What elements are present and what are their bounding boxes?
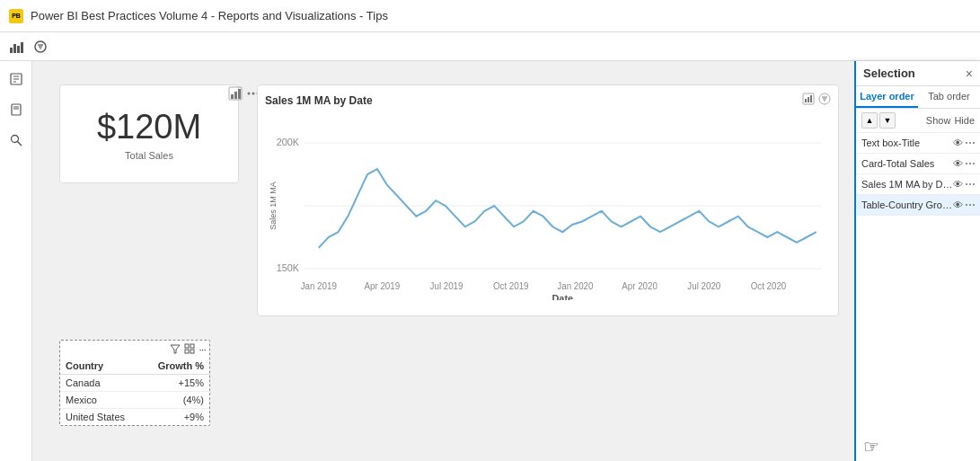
chart-header: Sales 1M MA by Date (265, 93, 831, 108)
sidebar-icon-bookmark[interactable] (4, 97, 29, 122)
filter-icon[interactable] (31, 37, 50, 57)
grid-icon[interactable] (184, 343, 195, 356)
sidebar-icon-pages[interactable] (4, 66, 29, 92)
selection-tabs: Layer order Tab order (856, 86, 980, 109)
chart-y-label: Sales 1M MA (269, 182, 278, 230)
svg-text:200K: 200K (277, 137, 300, 147)
chart-icon[interactable] (7, 37, 27, 57)
sidebar-icon-search[interactable] (4, 128, 29, 153)
eye-icon[interactable]: 👁 (953, 158, 963, 169)
col-country: Country (60, 358, 143, 375)
sel-item-sales-chart[interactable]: Sales 1M MA by Date 👁 ⋯ (856, 174, 980, 195)
cell-country: Canada (60, 375, 143, 392)
table-row: Canada +15% (60, 375, 209, 392)
svg-text:Jul 2019: Jul 2019 (430, 281, 464, 291)
chart-expand-icon[interactable] (802, 93, 815, 108)
card-chart-icons (228, 86, 260, 103)
more-icon[interactable]: ⋯ (965, 157, 975, 170)
selection-title: Selection (863, 66, 915, 80)
svg-text:Date: Date (552, 293, 574, 300)
svg-text:Jan 2019: Jan 2019 (301, 281, 338, 291)
svg-text:Apr 2020: Apr 2020 (622, 281, 658, 291)
svg-text:150K: 150K (277, 262, 300, 273)
tab-tab-order[interactable]: Tab order (918, 86, 980, 108)
tab-layer-order[interactable]: Layer order (856, 86, 918, 108)
eye-icon[interactable]: 👁 (953, 179, 963, 190)
svg-rect-50 (190, 350, 194, 353)
col-growth: Growth % (143, 358, 209, 375)
country-growth-table: Country Growth % Canada +15% Mexico (4%)… (60, 358, 209, 425)
more-icon[interactable]: ⋯ (965, 137, 975, 149)
main-layout: $120M Total Sales Sales 1M MA by Date (0, 61, 980, 461)
svg-rect-48 (190, 344, 194, 348)
eye-icon[interactable]: 👁 (953, 199, 963, 210)
sel-item-icons: 👁 ⋯ (953, 137, 975, 149)
arrow-up-button[interactable]: ▲ (861, 112, 878, 129)
svg-rect-12 (12, 104, 21, 115)
cell-growth: +9% (143, 409, 209, 426)
line-chart-container[interactable]: Sales 1M MA by Date Sales 1M MA (257, 84, 839, 316)
more-icon[interactable]: ⋯ (965, 178, 975, 191)
show-label[interactable]: Show (926, 115, 951, 126)
svg-rect-0 (10, 48, 13, 53)
svg-marker-46 (171, 345, 180, 353)
window-title: Power BI Best Practices Volume 4 - Repor… (31, 9, 388, 22)
selection-controls: ▲ ▼ Show Hide (856, 109, 980, 133)
svg-text:Oct 2020: Oct 2020 (751, 281, 787, 291)
more-icon[interactable]: ⋯ (965, 199, 975, 211)
sel-item-label-left: Card-Total Sales (861, 158, 953, 169)
cursor-indicator: ☞ (856, 432, 980, 461)
svg-rect-47 (185, 344, 189, 348)
svg-rect-27 (810, 95, 812, 102)
sel-item-icons: 👁 ⋯ (953, 157, 975, 170)
sel-item-icons: 👁 ⋯ (953, 178, 975, 191)
chart-svg: 200K 150K Jan 2019 Apr 2019 Jul 2019 Oct… (265, 111, 831, 300)
card-value: $120M (97, 108, 201, 146)
sel-item-label-left: Sales 1M MA by Date (861, 179, 953, 190)
table-row: United States +9% (60, 409, 209, 426)
eye-icon[interactable]: 👁 (953, 137, 963, 148)
chart-filter-icon[interactable] (818, 93, 831, 108)
app-icon: PB (9, 9, 23, 23)
close-icon[interactable]: × (966, 67, 973, 80)
svg-text:Jul 2020: Jul 2020 (687, 281, 720, 291)
cell-country: Mexico (60, 392, 143, 409)
svg-rect-19 (234, 92, 237, 99)
canvas-area: $120M Total Sales Sales 1M MA by Date (32, 61, 854, 461)
sel-item-table-country[interactable]: Table-Country Growth 👁 ⋯ (856, 195, 980, 216)
svg-rect-2 (17, 46, 20, 53)
sel-item-card-total-sales[interactable]: Card-Total Sales 👁 ⋯ (856, 154, 980, 174)
cell-growth: +15% (143, 375, 209, 392)
svg-text:Oct 2019: Oct 2019 (493, 281, 529, 291)
cell-growth: (4%) (143, 392, 209, 409)
filter-icon[interactable] (170, 343, 181, 356)
svg-rect-18 (231, 94, 234, 99)
arrow-down-button[interactable]: ▼ (879, 112, 896, 129)
card-more-icon[interactable] (228, 86, 243, 103)
sel-item-text: Card-Total Sales (861, 158, 934, 169)
svg-rect-25 (805, 99, 807, 102)
table-toolbar: ··· (60, 341, 209, 358)
svg-rect-20 (238, 89, 241, 99)
sel-item-icons: 👁 ⋯ (953, 199, 975, 211)
sel-item-text: Text box-Title (861, 137, 920, 148)
selection-header: Selection × (856, 61, 980, 86)
sel-item-text: Table-Country Growth (861, 199, 953, 210)
svg-point-15 (11, 136, 18, 143)
svg-point-22 (252, 93, 255, 95)
table-country-growth[interactable]: ··· Country Growth % Canada +15% Mexico (59, 340, 210, 426)
card-total-sales[interactable]: $120M Total Sales (59, 84, 239, 183)
chart-action-icons (802, 93, 831, 108)
svg-rect-49 (185, 350, 189, 353)
table-row: Mexico (4%) (60, 392, 209, 409)
sel-item-label-left: Table-Country Growth (861, 199, 953, 210)
cell-country: United States (60, 409, 143, 426)
selection-list: Text box-Title 👁 ⋯ Card-Total Sales 👁 ⋯ (856, 133, 980, 432)
sel-item-label-left: Text box-Title (861, 137, 953, 148)
svg-rect-26 (808, 97, 809, 102)
hide-label[interactable]: Hide (954, 115, 975, 126)
sel-item-textbox-title[interactable]: Text box-Title 👁 ⋯ (856, 133, 980, 154)
arrow-group: ▲ ▼ (861, 112, 896, 129)
svg-point-21 (248, 93, 251, 95)
more-icon[interactable]: ··· (199, 342, 206, 356)
